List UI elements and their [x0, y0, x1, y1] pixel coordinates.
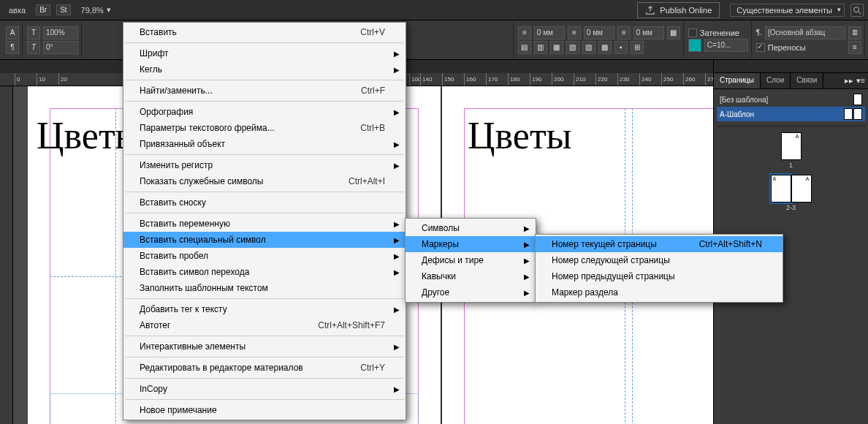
- misc-icon[interactable]: ▦: [667, 26, 680, 39]
- dim2-input[interactable]: 0 мм: [584, 26, 614, 39]
- menu-item[interactable]: Маркер раздела: [536, 284, 783, 300]
- master-a-row[interactable]: A-Шаблон: [717, 107, 865, 121]
- app-topbar: авка Br St 79,8% ▾ Publish Online Сущест…: [0, 0, 868, 20]
- ruler-tick: 0: [15, 73, 20, 86]
- menu-item[interactable]: Новое примечание: [123, 402, 406, 418]
- align6-icon[interactable]: ▩: [598, 41, 612, 54]
- menu-item[interactable]: Дефисы и тире▶: [406, 252, 536, 268]
- publish-online-button[interactable]: Publish Online: [637, 2, 720, 18]
- menu-item[interactable]: ВставитьCtrl+V: [123, 24, 406, 40]
- menu-item[interactable]: Кегль▶: [123, 61, 406, 77]
- menu-item[interactable]: АвтотегCtrl+Alt+Shift+F7: [123, 317, 406, 333]
- menu-item-label: Редактировать в редакторе материалов: [140, 363, 303, 373]
- zoom-level[interactable]: 79,8% ▾: [77, 4, 115, 16]
- panel-menu-icon[interactable]: ≡: [848, 41, 861, 54]
- menu-item[interactable]: Параметры текстового фрейма...Ctrl+B: [123, 120, 406, 136]
- para-style-dropdown[interactable]: [Основной абзац: [765, 26, 845, 39]
- menu-item[interactable]: Привязанный объект▶: [123, 136, 406, 152]
- align3-icon[interactable]: ▦: [550, 41, 563, 54]
- menu-item[interactable]: Вставить пробел▶: [123, 248, 406, 264]
- menu-item-label: Интерактивные элементы: [140, 341, 245, 352]
- type-tool-icon[interactable]: T: [27, 26, 40, 39]
- menu-item[interactable]: Добавить тег к тексту▶: [123, 301, 406, 317]
- type-tool-alt-icon[interactable]: T: [27, 41, 40, 54]
- page-thumb-2[interactable]: A: [771, 175, 791, 202]
- align5-icon[interactable]: ▨: [582, 41, 595, 54]
- menu-item-label: Вставить специальный символ: [140, 235, 266, 245]
- page-thumb-1[interactable]: A: [781, 132, 802, 160]
- dim3-input[interactable]: 0 мм: [633, 26, 664, 39]
- panel-menu-icon[interactable]: ▾≡: [856, 76, 865, 86]
- tab-links[interactable]: Связи: [791, 73, 823, 88]
- bridge-badge[interactable]: Br: [36, 4, 50, 15]
- submenu-arrow-icon: ▶: [394, 385, 400, 393]
- swatch-input[interactable]: C=10...: [704, 39, 748, 52]
- menu-item[interactable]: Заполнить шаблонным текстом: [123, 280, 406, 296]
- panel-tabs: Страницы Слои Связи ▸▸ ▾≡: [714, 73, 868, 89]
- upload-icon: [645, 5, 655, 15]
- submenu-markers: Номер текущей страницыCtrl+Alt+Shift+NНо…: [535, 234, 783, 303]
- menu-item[interactable]: Шрифт▶: [123, 45, 406, 61]
- ruler-tick: 180: [508, 73, 519, 86]
- menu-item[interactable]: Показать служебные символыCtrl+Alt+I: [123, 173, 406, 189]
- menu-item[interactable]: Вставить сноску: [123, 194, 406, 211]
- menu-item-label: Шрифт: [140, 48, 168, 58]
- menu-item[interactable]: Интерактивные элементы▶: [123, 338, 406, 355]
- align1-icon[interactable]: ▤: [518, 41, 531, 54]
- submenu-arrow-icon: ▶: [394, 236, 400, 244]
- menu-item[interactable]: Редактировать в редакторе материаловCtrl…: [123, 360, 406, 376]
- search-button[interactable]: [850, 4, 864, 17]
- menu-item[interactable]: Вставить специальный символ▶: [123, 232, 406, 248]
- align4-icon[interactable]: ▧: [566, 41, 579, 54]
- inset2-icon[interactable]: ≡: [568, 26, 581, 39]
- ruler-tick: 270: [705, 73, 713, 86]
- menu-item-label: Кегль: [140, 64, 162, 75]
- scale-input[interactable]: 100%: [43, 26, 78, 39]
- headline-text[interactable]: Цветы: [468, 114, 572, 157]
- para-mode-icon[interactable]: ¶: [6, 41, 19, 54]
- para-opts-icon[interactable]: ≣: [848, 26, 861, 39]
- grid-icon[interactable]: ⊞: [631, 41, 644, 54]
- master-none-row[interactable]: [Без шаблона]: [717, 92, 865, 107]
- menu-item[interactable]: Кавычки▶: [406, 268, 536, 284]
- menu-item[interactable]: InCopy▶: [123, 381, 406, 397]
- align2-icon[interactable]: ▥: [534, 41, 547, 54]
- menu-item[interactable]: Маркеры▶: [406, 236, 536, 252]
- menu-item[interactable]: Найти/заменить...Ctrl+F: [123, 83, 406, 99]
- inset-icon[interactable]: ≡: [518, 26, 531, 39]
- svg-point-0: [854, 7, 859, 12]
- panel-drag-bar[interactable]: [714, 60, 868, 73]
- menu-separator: [125, 399, 404, 400]
- menu-fragment[interactable]: авка: [4, 4, 30, 16]
- stock-badge[interactable]: St: [56, 4, 70, 15]
- dim1-input[interactable]: 0 мм: [534, 26, 565, 39]
- menu-item-label: Маркеры: [422, 239, 459, 249]
- hyphen-checkbox[interactable]: [756, 43, 765, 52]
- menu-shortcut: Ctrl+Alt+I: [349, 176, 385, 186]
- swatch-icon[interactable]: [688, 39, 701, 52]
- menu-item[interactable]: Вставить символ перехода▶: [123, 264, 406, 280]
- menu-item[interactable]: Изменить регистр▶: [123, 157, 406, 173]
- page-thumb-3[interactable]: A: [791, 175, 812, 202]
- tab-pages[interactable]: Страницы: [714, 73, 761, 88]
- menu-item[interactable]: Символы▶: [406, 220, 536, 236]
- menu-item-label: Изменить регистр: [140, 160, 213, 170]
- char-mode-icon[interactable]: A: [6, 26, 19, 39]
- zoom-value: 79,8%: [81, 6, 104, 15]
- angle-input[interactable]: 0°: [43, 41, 78, 54]
- align7-icon[interactable]: ▪: [614, 41, 628, 54]
- inset3-icon[interactable]: ≡: [617, 26, 631, 39]
- menu-item[interactable]: Орфография▶: [123, 104, 406, 120]
- shade-checkbox[interactable]: [688, 29, 697, 37]
- menu-item-label: Номер текущей страницы: [552, 239, 657, 249]
- workspace-dropdown[interactable]: Существенные элементы: [730, 4, 845, 17]
- collapse-icon[interactable]: ▸▸: [845, 76, 853, 86]
- menu-item[interactable]: Номер предыдущей страницы: [536, 268, 783, 284]
- menu-item[interactable]: Номер текущей страницыCtrl+Alt+Shift+N: [536, 236, 783, 252]
- menu-item-label: Показать служебные символы: [140, 176, 263, 186]
- menu-item[interactable]: Вставить переменную▶: [123, 216, 406, 232]
- menu-item[interactable]: Другое▶: [406, 284, 536, 300]
- page-spread-thumb[interactable]: A A: [771, 175, 812, 202]
- menu-item[interactable]: Номер следующей страницы: [536, 252, 783, 268]
- tab-layers[interactable]: Слои: [761, 73, 791, 88]
